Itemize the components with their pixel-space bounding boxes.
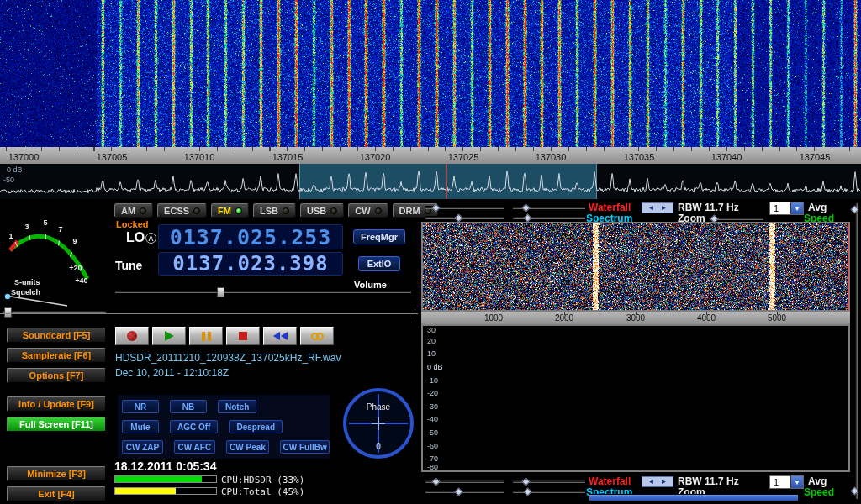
zoom-frequency-axis[interactable]: 1000 2000 3000 4000 5000 — [421, 312, 850, 324]
rbw-label: RBW 11.7 Hz — [678, 475, 739, 487]
cpu-total-text: CPU:Total (45%) — [221, 486, 304, 497]
axis-label: 4000 — [688, 313, 725, 323]
volume-label: Volume — [354, 280, 387, 290]
waterfall-offset-slider[interactable] — [513, 206, 585, 209]
recording-timestamp: Dec 10, 2011 - 12:10:18Z — [115, 367, 229, 379]
extio-button[interactable]: ExtIO — [358, 256, 400, 271]
shift-arrows-button[interactable]: ◄ ► — [642, 476, 673, 487]
axis-label: 2000 — [546, 313, 583, 323]
minimize-button[interactable]: Minimize [F3] — [7, 466, 106, 481]
s-meter-scale-9: 9 — [72, 237, 77, 245]
slider-handle[interactable] — [432, 204, 441, 213]
shift-arrows-button[interactable]: ◄ ► — [642, 202, 673, 213]
spectrum-offset-slider[interactable] — [513, 490, 585, 493]
db-label: -30 — [427, 402, 438, 411]
dropdown-arrow-icon[interactable]: ▼ — [790, 476, 803, 488]
avg-select[interactable]: 1 ▼ — [769, 202, 804, 215]
soundcard-button[interactable]: Soundcard [F5] — [7, 328, 106, 343]
cw-afc-button[interactable]: CW AFC — [174, 440, 215, 454]
s-meter-scale-5: 5 — [43, 218, 47, 227]
mode-button-ecss[interactable]: ECSS — [157, 203, 207, 218]
s-meter-needle — [6, 296, 67, 306]
spectrum-offset-slider[interactable] — [513, 216, 585, 219]
mode-button-usb[interactable]: USB — [300, 203, 344, 218]
waterfall-offset-slider[interactable] — [513, 480, 585, 483]
zoom-slider[interactable] — [710, 217, 763, 220]
db-label: -20 — [427, 389, 438, 397]
main-spectrum-display[interactable] — [0, 164, 861, 199]
play-button[interactable] — [152, 327, 186, 345]
lo-a-badge-icon[interactable]: A — [145, 233, 156, 244]
ruler-label: 137000 — [0, 152, 49, 162]
zoom-range-slider[interactable] — [589, 494, 799, 501]
avg-select[interactable]: 1 ▼ — [769, 475, 804, 489]
waterfall-contrast-slider[interactable] — [425, 480, 504, 483]
mode-button-lsb[interactable]: LSB — [253, 203, 296, 218]
slider-handle[interactable] — [522, 204, 531, 213]
mode-led — [283, 207, 289, 214]
left-arrow-icon: ◄ — [648, 479, 655, 486]
cw-peak-button[interactable]: CW Peak — [226, 440, 269, 454]
mute-button[interactable]: Mute — [122, 420, 159, 433]
zoom-waterfall-display[interactable] — [423, 223, 848, 310]
options-button[interactable]: Options [F7] — [7, 368, 106, 383]
slider-handle[interactable] — [455, 214, 463, 223]
record-button[interactable] — [115, 327, 149, 345]
nr-button[interactable]: NR — [122, 400, 159, 413]
exit-button[interactable]: Exit [F4] — [7, 486, 106, 501]
volume-slider-handle[interactable] — [217, 287, 224, 297]
slider-handle[interactable] — [522, 478, 531, 486]
despread-button[interactable]: Despread — [229, 420, 283, 433]
waterfall-contrast-slider[interactable] — [425, 206, 504, 209]
frequency-ruler[interactable]: 137000 137005 137010 137015 137020 13702… — [0, 147, 861, 164]
slider-handle[interactable] — [455, 488, 463, 496]
mode-button-row: AM ECSS FM LSB USB CW DRM — [114, 203, 438, 218]
spectrum-contrast-slider[interactable] — [425, 490, 504, 493]
mode-button-am[interactable]: AM — [114, 203, 153, 218]
volume-slider[interactable] — [115, 290, 411, 293]
rewind-button[interactable] — [263, 327, 297, 345]
ruler-label: 137030 — [526, 152, 576, 162]
record-icon — [127, 331, 137, 341]
loop-icon — [311, 333, 324, 340]
nb-button[interactable]: NB — [170, 400, 207, 413]
panel-divider — [0, 313, 418, 314]
tune-frequency-display[interactable]: 0137.023.398 — [158, 252, 343, 276]
cw-zap-button[interactable]: CW ZAP — [122, 440, 163, 454]
rbw-label: RBW 11.7 Hz — [678, 202, 739, 213]
main-waterfall-display[interactable] — [0, 0, 861, 147]
mode-led — [375, 207, 382, 214]
loop-button[interactable] — [300, 327, 334, 345]
phase-dial: Phase 0 — [343, 388, 414, 459]
samplerate-button[interactable]: Samplerate [F6] — [7, 348, 106, 363]
db-label: 10 — [427, 349, 436, 358]
right-arrow-icon: ► — [661, 479, 668, 486]
s-meter: 1 3 5 7 9 +20 +40 S-units Squelch — [2, 202, 109, 307]
pause-button[interactable] — [189, 327, 223, 345]
db-label: -40 — [427, 415, 438, 423]
tune-label: Tune — [115, 259, 142, 272]
squelch-slider-handle[interactable] — [4, 307, 12, 318]
fullscreen-button[interactable]: Full Screen [F11] — [7, 417, 106, 432]
lo-label: LO — [126, 230, 145, 245]
spectrum-contrast-slider[interactable] — [425, 216, 504, 219]
mode-label: AM — [121, 206, 135, 216]
lo-frequency-display[interactable]: 0137.025.253 — [158, 224, 343, 249]
right-edge-slider[interactable] — [855, 203, 858, 499]
stop-button[interactable] — [226, 327, 260, 345]
freqmgr-button[interactable]: FreqMgr — [353, 229, 405, 244]
ruler-label: 137035 — [614, 152, 664, 162]
agc-button[interactable]: AGC Off — [170, 420, 218, 433]
cw-fullbw-button[interactable]: CW FullBw — [280, 440, 330, 454]
slider-handle[interactable] — [524, 214, 532, 223]
ruler-label: 137040 — [701, 152, 752, 162]
mode-button-fm[interactable]: FM — [211, 203, 249, 218]
slider-handle[interactable] — [432, 478, 441, 486]
notch-button[interactable]: Notch — [218, 400, 256, 413]
dropdown-arrow-icon[interactable]: ▼ — [790, 202, 803, 214]
info-update-button[interactable]: Info / Update [F9] — [7, 396, 106, 412]
mode-button-cw[interactable]: CW — [348, 203, 388, 218]
cpu-hdsdr-bar — [114, 475, 217, 483]
slider-handle[interactable] — [524, 488, 532, 496]
cpu-hdsdr-text: CPU:HDSDR (33%) — [221, 475, 304, 486]
